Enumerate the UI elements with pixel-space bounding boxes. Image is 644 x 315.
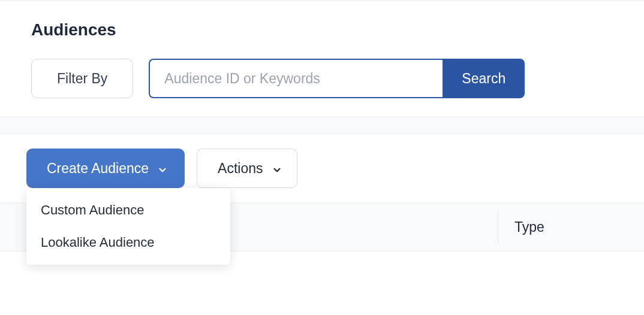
create-audience-button[interactable]: Create Audience [26,149,185,188]
search-input[interactable] [149,59,443,98]
filter-by-button[interactable]: Filter By [31,59,133,98]
header-section: Audiences Filter By Search [0,1,644,116]
dropdown-item-lookalike-audience[interactable]: Lookalike Audience [26,226,230,259]
filter-row: Filter By Search [31,59,644,98]
dropdown-item-label: Custom Audience [41,202,144,217]
actions-label: Actions [218,160,263,177]
search-button-label: Search [462,71,505,86]
dropdown-item-label: Lookalike Audience [41,235,155,250]
search-group: Search [149,59,525,98]
column-divider [498,211,498,243]
column-header-type: Type [514,219,544,235]
create-audience-label: Create Audience [47,160,149,177]
actions-button[interactable]: Actions [197,149,297,188]
page-title: Audiences [31,20,644,40]
search-button[interactable]: Search [443,59,525,98]
create-audience-dropdown: Custom Audience Lookalike Audience [26,188,230,265]
chevron-down-icon [157,163,168,174]
dropdown-item-custom-audience[interactable]: Custom Audience [26,194,230,226]
filter-by-label: Filter By [57,71,107,87]
action-section: Create Audience Actions Custom Audience … [0,134,644,202]
chevron-down-icon [272,163,282,174]
section-gap [0,116,644,134]
